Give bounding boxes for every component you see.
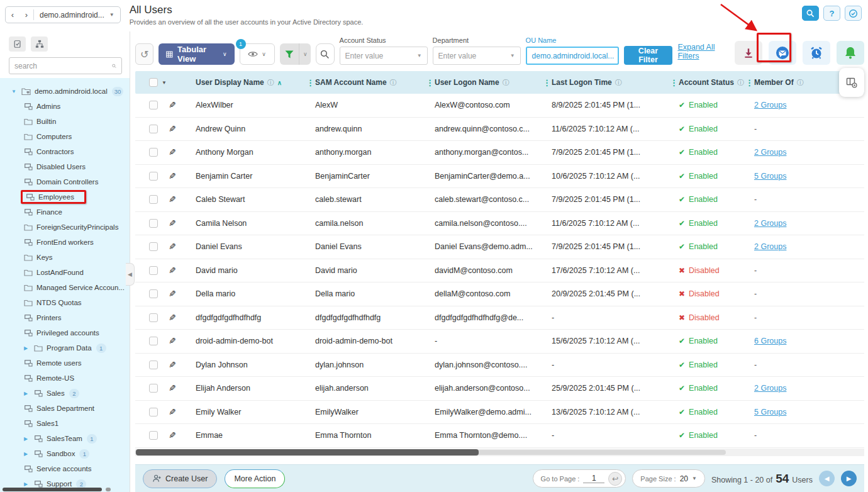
goto-page-submit-button[interactable]: ↩ — [608, 472, 622, 486]
more-action-button[interactable]: More Action — [225, 469, 285, 488]
sidebar-item-computers[interactable]: Computers — [0, 129, 130, 144]
table-row[interactable]: ✎Anthony Morgananthony.morgananthony.mor… — [135, 141, 864, 165]
table-row[interactable]: ✎Benjamin CarterBenjaminCarterBenjaminCa… — [135, 165, 864, 189]
column-separator[interactable]: ⋮ — [745, 79, 754, 87]
sidebar-item-disabled-users[interactable]: Disabled Users — [0, 159, 130, 174]
member-of-link[interactable]: 2 Groups — [754, 242, 786, 251]
row-checkbox[interactable] — [149, 101, 158, 109]
caret-right-icon[interactable]: ▶ — [24, 481, 34, 487]
sidebar-item-sales1[interactable]: Sales1 — [0, 416, 130, 431]
sidebar-item-privileged-accounts[interactable]: Privileged accounts — [0, 325, 130, 340]
sidebar-item-printers[interactable]: Printers — [0, 310, 130, 325]
view-mode-button[interactable]: Tabular View ∨ — [159, 43, 234, 65]
column-header-account-status[interactable]: ⋮Account Statusⓘ — [670, 78, 745, 87]
refresh-button[interactable]: ↺ — [135, 43, 153, 65]
column-header-last-logon-time[interactable]: ⋮Last Logon Timeⓘ — [543, 78, 670, 87]
hierarchy-view-button[interactable] — [31, 36, 48, 52]
caret-down-icon[interactable]: ▼ — [11, 89, 21, 94]
edit-user-button[interactable]: ✎ — [169, 124, 176, 134]
column-header-user-logon-name[interactable]: ⋮User Logon Nameⓘ — [426, 78, 543, 87]
page-size-control[interactable]: Page Size : 20 ▼ — [632, 469, 705, 488]
sidebar-item-sales[interactable]: ▶Sales2 — [0, 386, 130, 401]
sidebar-item-remote-users[interactable]: Remote users — [0, 355, 130, 371]
edit-user-button[interactable]: ✎ — [169, 313, 176, 323]
nav-back-button[interactable]: ‹ — [6, 10, 19, 20]
column-header-sam-account-name[interactable]: ⋮SAM Account Nameⓘ — [306, 78, 426, 87]
edit-user-button[interactable]: ✎ — [169, 289, 176, 299]
column-settings-button[interactable] — [839, 68, 864, 97]
caret-right-icon[interactable]: ▶ — [24, 451, 34, 457]
next-page-button[interactable]: ▶ — [841, 471, 857, 486]
info-icon[interactable]: ⓘ — [737, 78, 744, 87]
info-icon[interactable]: ⓘ — [267, 78, 274, 87]
row-checkbox[interactable] — [149, 431, 158, 440]
edit-user-button[interactable]: ✎ — [169, 218, 176, 228]
row-checkbox[interactable] — [149, 408, 158, 417]
notifications-button[interactable] — [837, 41, 864, 65]
export-download-button[interactable] — [735, 41, 762, 65]
table-row[interactable]: ✎David marioDavid mariodavidM@contoso.co… — [135, 259, 864, 283]
column-separator[interactable]: ⋮ — [426, 79, 434, 87]
caret-right-icon[interactable]: ▶ — [24, 391, 34, 396]
sidebar-item-admins[interactable]: Admins — [0, 99, 130, 114]
filter-ou-name-select[interactable]: demo.admindroid.local... — [526, 47, 619, 65]
row-checkbox[interactable] — [149, 361, 158, 369]
info-icon[interactable]: ⓘ — [797, 78, 804, 87]
global-search-button[interactable] — [802, 6, 819, 21]
domain-selector[interactable]: demo.admindroid... ▼ — [34, 11, 120, 20]
schedule-alarm-button[interactable] — [803, 41, 830, 65]
row-checkbox[interactable] — [149, 313, 158, 322]
member-of-link[interactable]: 2 Groups — [754, 384, 786, 393]
sidebar-item-salesteam[interactable]: ▶SalesTeam1 — [0, 431, 130, 446]
goto-page-input[interactable]: 1 — [583, 474, 604, 483]
scheduled-status-button[interactable] — [845, 6, 862, 21]
row-checkbox[interactable] — [149, 242, 158, 251]
row-checkbox[interactable] — [149, 337, 158, 345]
table-row[interactable]: ✎Caleb Stewartcaleb.stewartcaleb.stewart… — [135, 188, 864, 212]
previous-page-button[interactable]: ◀ — [819, 471, 835, 486]
sidebar-item-foreignsecurityprincipals[interactable]: ForeignSecurityPrincipals — [0, 220, 130, 235]
sidebar-item-service-accounts[interactable]: Service accounts — [0, 461, 130, 476]
member-of-link[interactable]: 5 Groups — [754, 408, 786, 417]
row-checkbox[interactable] — [149, 219, 158, 228]
edit-user-button[interactable]: ✎ — [169, 383, 176, 393]
expand-all-filters-link[interactable]: Expand All Filters — [677, 43, 730, 60]
sidebar-item-remote-us[interactable]: Remote-US — [0, 371, 130, 386]
info-icon[interactable]: ⓘ — [615, 78, 622, 87]
sidebar-item-ntds-quotas[interactable]: NTDS Quotas — [0, 295, 130, 310]
table-row[interactable]: ✎Elijah Andersonelijah.andersonelijah.an… — [135, 377, 864, 401]
sidebar-collapse-handle[interactable]: ◀ — [126, 263, 135, 286]
nav-forward-button[interactable]: › — [19, 10, 33, 20]
feedback-chat-button[interactable] — [769, 41, 796, 65]
table-row[interactable]: ✎Della marioDella mariodellaM@contoso.co… — [135, 282, 864, 306]
table-row[interactable]: ✎Dylan Johnsondylan.johnsondylan.johnson… — [135, 354, 864, 377]
table-row[interactable]: ✎Camila Nelsoncamila.nelsoncamila.nelson… — [135, 212, 864, 236]
member-of-link[interactable]: 5 Groups — [754, 172, 786, 181]
member-of-link[interactable]: 2 Groups — [754, 101, 786, 109]
sidebar-item-demo-admindroid-local[interactable]: ▼demo.admindroid.local30 — [0, 84, 130, 99]
table-row[interactable]: ✎droid-admin-demo-botdroid-admin-demo-bo… — [135, 330, 864, 354]
sidebar-item-employees[interactable]: Employees — [0, 189, 130, 204]
column-separator[interactable]: ⋮ — [670, 79, 678, 87]
edit-user-button[interactable]: ✎ — [169, 194, 176, 204]
help-button[interactable]: ? — [823, 6, 840, 21]
row-checkbox[interactable] — [149, 125, 158, 133]
edit-user-button[interactable]: ✎ — [169, 360, 176, 370]
row-checkbox[interactable] — [149, 172, 158, 181]
column-separator[interactable]: ⋮ — [543, 79, 551, 87]
sidebar-hscroll-thumb[interactable] — [3, 488, 102, 491]
clear-filter-button[interactable]: Clear Filter — [624, 46, 673, 65]
create-user-button[interactable]: Create User — [143, 469, 217, 488]
edit-user-button[interactable]: ✎ — [169, 147, 176, 157]
table-row[interactable]: ✎AlexWilberAlexWAlexW@contoso.com8/9/202… — [135, 94, 864, 118]
table-row[interactable]: ✎Daniel EvansDaniel EvansDaniel Evans@de… — [135, 235, 864, 259]
sidebar-item-sandbox[interactable]: ▶Sandbox1 — [0, 446, 130, 461]
select-all-checkbox[interactable] — [149, 78, 158, 87]
table-row[interactable]: ✎EmmaeEmma ThorntonEmma Thornton@demo...… — [135, 424, 864, 448]
clipboard-view-button[interactable] — [9, 36, 26, 52]
row-checkbox[interactable] — [149, 195, 158, 204]
table-row[interactable]: ✎dfgdfgdfgdfhdfhdfgdfgdfgdfgdfhdfhdfgdfg… — [135, 306, 864, 330]
ou-search-input[interactable] — [14, 62, 112, 70]
edit-user-button[interactable]: ✎ — [169, 407, 176, 417]
member-of-link[interactable]: 2 Groups — [754, 148, 786, 157]
